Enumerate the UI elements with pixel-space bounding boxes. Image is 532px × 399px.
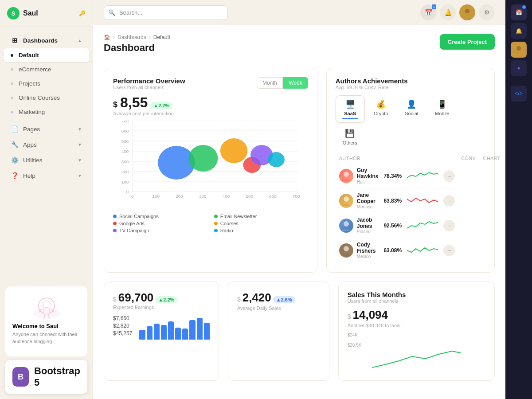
settings-btn[interactable]: ⚙ [479,4,495,20]
legend-google: Google Ads [113,221,207,226]
sidebar-item-marketing[interactable]: Marketing [4,105,89,119]
conv-cell: 63.83% [381,194,404,207]
view-button[interactable]: → [443,220,455,231]
svg-text:700: 700 [293,194,300,198]
create-project-button[interactable]: Create Project [440,34,495,50]
author-country: Poland [357,229,379,234]
legend-email: Email Newsletter [214,214,308,219]
conv-value: 63.08% [383,247,402,254]
social-tab-icon: 👤 [407,99,416,109]
month-btn[interactable]: Month [257,77,283,89]
sidebar-item-pages[interactable]: 📄 Pages ▼ [4,121,89,137]
sidebar-item-default[interactable]: Default [4,48,89,62]
calendar-btn[interactable]: 📅 1 [420,4,436,20]
table-row: Jane Cooper Monaco 63.83% [336,188,458,213]
author-info: Cody Fishers Mexico [339,242,379,259]
table-row: Guy Hawkins Haiti 78.34% [336,164,458,188]
others-tab-icon: 💾 [345,129,355,138]
search-container: 🔍 [104,5,228,20]
tab-others[interactable]: 💾 Others [336,125,364,149]
legend-dot-google [113,222,117,225]
sidebar-logo: S [7,7,20,20]
crypto-tab-icon: 💰 [376,99,386,109]
svg-point-37 [220,138,248,163]
sales-header: Sales This Months Users from all channel… [348,291,485,304]
svg-text:0: 0 [126,189,129,194]
apps-icon: 🔧 [11,141,19,149]
online-courses-dot [11,97,13,99]
daily-sales-card: $ 2,420 ▲2.6% Average Daily Sales [228,282,329,381]
user-rp-btn[interactable] [511,42,527,58]
stat-number: 8,55 [120,94,148,111]
settings-icon: ⚙ [484,9,490,16]
svg-text:0: 0 [131,194,133,198]
welcome-title: Welcome to Saul [12,323,80,329]
bar-5 [168,321,174,340]
bootstrap-icon: B [12,367,29,387]
sparkline [407,170,438,181]
performance-card: Performance Overview Users from all chan… [104,68,317,273]
tab-saas[interactable]: 🖥️ SaaS [336,95,365,123]
calendar-rp-btn[interactable]: 📅 1 [511,4,527,20]
bar-9 [197,318,203,340]
svg-point-35 [158,146,195,180]
breadcrumb-dashboards[interactable]: Dashboards [117,34,146,40]
legend-courses: Courses [214,221,308,226]
user-avatar[interactable] [459,4,475,20]
legend-tv: TV Campaign [113,228,207,233]
svg-text:200: 200 [176,194,183,198]
view-button[interactable]: → [443,245,455,256]
svg-text:600: 600 [121,129,129,133]
sidebar-item-ecommerce[interactable]: eCommerce [4,63,89,76]
svg-point-44 [344,246,349,251]
ecommerce-dot [11,68,13,71]
svg-point-40 [268,152,285,167]
sidebar-welcome-card: Welcome to Saul Anyone can connect with … [5,286,87,356]
sidebar-item-help[interactable]: ❓ Help ▼ [4,168,89,183]
legend-social: Social Campaigns [113,214,207,219]
sidebar-item-utilities[interactable]: ⚙️ Utilities ▼ [4,153,89,168]
bootstrap-overlay: B Bootstrap 5 [5,360,87,394]
main-scroll: 🏠 › Dashboards › Default Dashboard Creat… [93,25,505,399]
view-button[interactable]: → [443,170,455,182]
svg-text:400: 400 [121,149,129,153]
author-cell: Guy Hawkins Haiti [336,164,381,188]
sales-y1: $24K [348,332,485,337]
authors-card-header: Authors Achievements Avg. 69.34% Conv. R… [336,77,485,90]
sidebar-item-apps[interactable]: 🔧 Apps ▼ [4,137,89,152]
svg-rect-4 [43,308,50,315]
page-header: 🏠 › Dashboards › Default Dashboard Creat… [104,34,495,61]
perf-card-title-group: Performance Overview Users from all chan… [113,77,185,90]
stat-label: Avarage cost per interaction [113,111,308,116]
sidebar-item-dashboards[interactable]: ⊞ Dashboards ▲ [4,33,89,48]
week-btn[interactable]: Week [283,77,308,89]
sales-goal: Another $48,346 to Goal [348,323,485,328]
author-name: Guy Hawkins [357,167,379,180]
tab-social[interactable]: 👤 Social [397,95,426,123]
chart-cell [404,191,441,211]
daily-sales-badge: ▲2.6% [273,296,295,303]
notification-btn[interactable]: 🔔 [440,4,456,20]
calendar-rp-icon: 📅 [516,9,522,16]
earnings-bars [139,315,210,340]
sidebar-back-arrow[interactable]: 🔑 [79,10,86,16]
author-name: Cody Fishers [357,242,379,254]
avatar [339,219,353,233]
settings-rp-btn[interactable]: ✦ [511,60,527,76]
notification-rp-btn[interactable]: 🔔 [511,23,527,39]
view-button[interactable]: → [443,195,455,207]
code-rp-btn[interactable]: </> [511,86,527,102]
conv-value: 92.56% [383,223,402,229]
marketing-dot [11,111,13,113]
tab-crypto[interactable]: 💰 Crypto [367,95,395,123]
saas-tab-label: SaaS [344,111,356,116]
sidebar-item-projects[interactable]: Projects [4,77,89,90]
author-country: Haiti [357,180,379,184]
settings-rp-icon: ✦ [516,65,521,71]
search-input[interactable] [104,5,228,20]
tab-mobile[interactable]: 📱 Mobile [428,95,457,123]
bar-6 [175,328,181,340]
daily-sales-label: Average Daily Sales [237,305,320,311]
sidebar-item-online-courses[interactable]: Online Courses [4,91,89,105]
svg-text:200: 200 [121,169,129,174]
